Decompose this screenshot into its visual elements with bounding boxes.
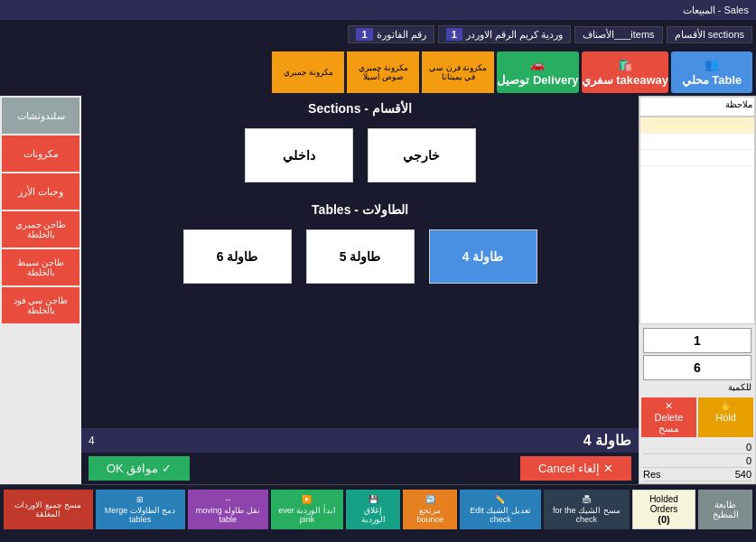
takeaway-button[interactable]: 🛍️ takeaway سفري: [582, 51, 668, 93]
delete-button[interactable]: ✕ Delete مسح: [641, 397, 696, 437]
cancel-button[interactable]: ✕ إلغاء Cancel: [520, 456, 631, 481]
section-card-exterior[interactable]: خارجي: [368, 128, 476, 182]
delivery-icon: 🚗: [530, 58, 545, 71]
tables-grid: طاولة 4 طاولة 5 طاولة 6: [81, 222, 639, 291]
total-value-2: 0: [746, 455, 751, 466]
order-header: وردية كريم الرقم الاوردر 1: [438, 25, 571, 43]
delete-icon: ✕: [665, 400, 673, 412]
category-btn-6[interactable]: طاجن سي فود بالخلطة: [2, 287, 79, 323]
cancel-all-orders-button[interactable]: مسح جميع الاوردات المغلقة: [4, 490, 93, 529]
note-area: ملاحظة: [639, 97, 755, 117]
order-items-area: [639, 117, 755, 324]
bottom-status: طاولة 4 4: [81, 428, 639, 453]
total-value-1: 0: [746, 442, 751, 453]
category-btn-4[interactable]: طاجن جمبري بالخلطة: [2, 211, 79, 248]
app-title: Sales - المبيعات: [683, 5, 749, 16]
play-icon: ▶️: [302, 495, 312, 504]
category-btn-2[interactable]: مكرونات: [2, 136, 79, 172]
sections-header: sections الأقسام: [667, 26, 752, 43]
total-row-3: 540 Res: [643, 468, 751, 481]
table-card-5[interactable]: طاولة 5: [306, 229, 415, 284]
hold-icon: ✋: [720, 400, 733, 412]
extra-btn-1[interactable]: مكرونة فرن سيفي يميتانا: [422, 51, 494, 93]
items-header: items___الأصناف: [574, 26, 663, 43]
check-clear-button[interactable]: 🖨️ مسح الشيك for the check: [544, 490, 630, 529]
close-shift-button[interactable]: 💾 إغلاق الوردية: [346, 490, 400, 529]
total-row-2: 0: [643, 454, 751, 468]
print-icon: 🖨️: [582, 495, 592, 504]
selected-table-name: طاولة 4: [583, 432, 631, 449]
move-table-button[interactable]: ↔️ نقل طاوله moving table: [188, 490, 268, 529]
qty-box-2: 6: [643, 355, 751, 380]
edit-check-button[interactable]: ✏️ تعديل الشيك Edit check: [460, 490, 541, 529]
print-kitchen-button[interactable]: طابعة المطبخ: [698, 490, 752, 529]
selected-table-count: 4: [89, 435, 95, 447]
totals-section: 0 0 540 Res: [639, 439, 755, 483]
service-buttons-row: 👥 Table محلي 🛍️ takeaway سفري 🚗 Delivery…: [0, 49, 756, 96]
category-btn-5[interactable]: طاجن سبيط بالخلطة: [2, 249, 79, 285]
order-item-row: [640, 117, 754, 134]
tables-title: الطاولات - Tables: [81, 197, 639, 222]
table-card-6[interactable]: طاولة 6: [183, 229, 292, 284]
sections-grid: خارجي داخلي: [81, 121, 639, 190]
merge-tables-button[interactable]: ⊞ دمج الطاولات Merge tables: [96, 490, 185, 529]
ok-button[interactable]: ✓ موافق OK: [89, 456, 190, 481]
bottom-bar: طابعة المطبخ Holded Orders (0) 🖨️ مسح ال…: [0, 484, 756, 533]
table-button[interactable]: 👥 Table محلي: [671, 51, 752, 93]
holded-orders-panel: Holded Orders (0): [632, 490, 695, 529]
category-btn-3[interactable]: وجبات الأرز: [2, 173, 79, 210]
category-btn-1[interactable]: سلندوتشات: [2, 98, 79, 134]
ok-cancel-row: ✕ إلغاء Cancel ✓ موافق OK: [81, 453, 639, 484]
extra-buttons: مكرونة فرن سيفي يميتانا مكرونة جمبريصوص …: [4, 51, 494, 93]
total-label-3: Res: [643, 469, 661, 480]
bounce-button[interactable]: ↩️ مرتجع bounce: [403, 490, 457, 529]
qty-box-1: 1: [643, 328, 751, 353]
cancel-icon: ✕: [603, 462, 613, 475]
sections-title: الأقسام - Sections: [81, 96, 639, 121]
total-row-1: 0: [643, 441, 751, 454]
extra-btn-3[interactable]: مكرونة جمبري: [272, 51, 344, 93]
merge-icon: ⊞: [136, 495, 144, 504]
takeaway-icon: 🛍️: [618, 58, 632, 71]
invoice-header: رقم الفاتورة 1: [348, 25, 434, 43]
hold-button[interactable]: ✋ Hold: [698, 397, 753, 437]
top-bar: Sales - المبيعات: [0, 0, 756, 20]
section-card-interior[interactable]: داخلي: [245, 128, 353, 182]
main-area: ملاحظة 1 6 للكمية ✋ Hold ✕ Delete مسح 0: [0, 96, 756, 484]
order-item-row: [640, 150, 754, 166]
total-value-3: 540: [735, 469, 751, 480]
move-icon: ↔️: [224, 495, 232, 504]
table-card-4[interactable]: طاولة 4: [429, 229, 537, 284]
header-row: sections الأقسام items___الأصناف وردية ك…: [0, 20, 756, 49]
start-shift-button[interactable]: ▶️ ابدأ الوردية ever pink: [271, 490, 343, 529]
save-icon: 💾: [369, 495, 378, 504]
right-panel: سلندوتشات مكرونات وجبات الأرز طاجن جمبري…: [0, 96, 81, 484]
qty-label: للكمية: [643, 382, 751, 392]
bounce-icon: ↩️: [425, 495, 435, 504]
ok-icon: ✓: [162, 462, 172, 475]
order-item-row: [640, 134, 754, 150]
edit-icon: ✏️: [495, 495, 505, 504]
center-panel: الأقسام - Sections خارجي داخلي الطاولات …: [81, 96, 639, 484]
action-buttons: ✋ Hold ✕ Delete مسح: [639, 396, 755, 439]
delivery-button[interactable]: 🚗 Delivery توصيل: [497, 51, 578, 93]
qty-section: 1 6 للكمية: [639, 324, 755, 396]
extra-btn-2[interactable]: مكرونة جمبريصوص أسيلا: [347, 51, 419, 93]
table-icon: 👥: [705, 58, 719, 71]
left-panel: ملاحظة 1 6 للكمية ✋ Hold ✕ Delete مسح 0: [639, 96, 756, 484]
